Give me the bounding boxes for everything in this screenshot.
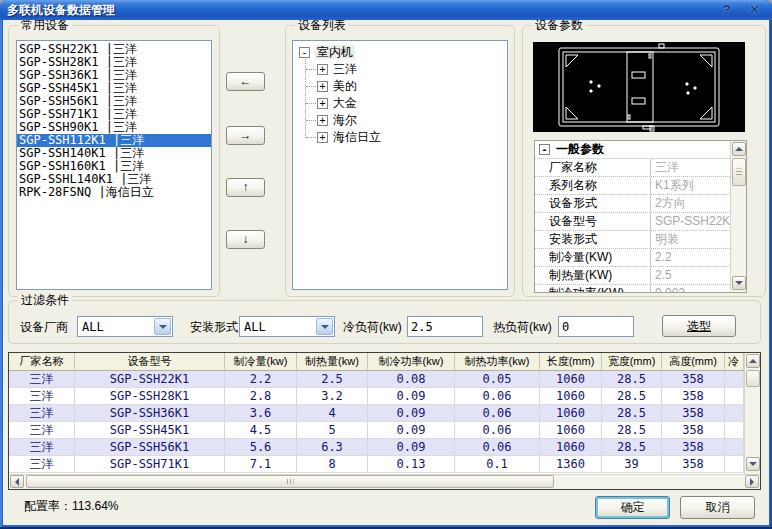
ok-button[interactable]: 确定 xyxy=(595,496,670,519)
arrow-down-icon: ↓ xyxy=(243,232,249,246)
scroll-up-icon[interactable] xyxy=(732,142,746,156)
table-cell: 0.09 xyxy=(368,439,455,456)
tree-root-label[interactable]: 室内机 xyxy=(315,45,355,59)
cooling-load-input[interactable] xyxy=(407,316,483,337)
table-vscrollbar[interactable] xyxy=(744,353,760,474)
table-cell: SGP-SSH22K1 xyxy=(75,371,225,388)
titlebar[interactable]: 多联机设备数据管理 ? ✕ xyxy=(0,0,772,20)
move-up-button[interactable]: ↑ xyxy=(226,178,265,197)
move-right-button[interactable]: → xyxy=(226,126,265,145)
param-value: SGP-SSH22K xyxy=(650,213,730,230)
scroll-up-icon[interactable] xyxy=(746,354,760,368)
param-row[interactable]: 系列名称 K1系列 xyxy=(535,177,730,195)
table-row[interactable]: 三洋SGP-SSH22K12.22.50.080.05106028.5358 xyxy=(9,371,744,388)
table-cell: 0.06 xyxy=(455,405,540,422)
collapse-icon[interactable]: - xyxy=(299,47,310,58)
table-cell: 358 xyxy=(662,456,725,473)
chevron-down-icon[interactable] xyxy=(316,318,333,335)
tree-node-label: 海信日立 xyxy=(333,130,381,144)
table-cell: 5.6 xyxy=(225,439,297,456)
table-cell: 0.06 xyxy=(455,388,540,405)
common-device-item[interactable]: RPK-28FSNQ |海信日立 xyxy=(17,186,211,199)
device-tree[interactable]: -室内机 +三洋 +美的 +大金 +海尔 +海信日立 xyxy=(292,40,508,290)
move-left-button[interactable]: ← xyxy=(226,72,265,91)
scroll-left-icon[interactable] xyxy=(10,475,24,488)
select-model-button[interactable]: 选型 xyxy=(662,315,736,337)
tree-node-brand[interactable]: +海信日立 xyxy=(293,129,507,146)
heating-load-input[interactable] xyxy=(558,316,634,337)
tree-node-brand[interactable]: +海尔 xyxy=(293,112,507,129)
collapse-icon[interactable]: - xyxy=(539,144,550,155)
expand-icon[interactable]: + xyxy=(317,132,328,143)
param-row[interactable]: 设备型号 SGP-SSH22K xyxy=(535,213,730,231)
scroll-down-icon[interactable] xyxy=(746,457,760,471)
table-cell: 28.5 xyxy=(602,388,662,405)
table-cell: 三洋 xyxy=(9,371,75,388)
param-row[interactable]: 设备形式 2方向 xyxy=(535,195,730,213)
param-value: 0.002 xyxy=(650,285,730,292)
table-header-cell[interactable]: 冷 xyxy=(725,353,744,371)
tree-node-indoor-units[interactable]: -室内机 xyxy=(293,44,507,61)
table-row[interactable]: 三洋SGP-SSH71K17.180.130.1136039358 xyxy=(9,456,744,473)
cancel-button[interactable]: 取消 xyxy=(680,496,755,519)
expand-icon[interactable]: + xyxy=(317,64,328,75)
param-rows: 厂家名称 三洋 系列名称 K1系列 设备形式 2方向 设备型号 SGP-SSH2… xyxy=(535,159,730,292)
tree-node-brand[interactable]: +大金 xyxy=(293,95,507,112)
table-row[interactable]: 三洋SGP-SSH28K12.83.20.090.06106028.5358 xyxy=(9,388,744,405)
table-row[interactable]: 三洋SGP-SSH56K15.66.30.090.06106028.5358 xyxy=(9,439,744,456)
table-cell: 0.06 xyxy=(455,439,540,456)
table-cell: 0.09 xyxy=(368,405,455,422)
vendor-select[interactable]: ALL xyxy=(77,316,173,337)
tree-node-brand[interactable]: +美的 xyxy=(293,78,507,95)
expand-icon[interactable]: + xyxy=(317,81,328,92)
param-value: 明装 xyxy=(650,231,730,248)
param-grid-scrollbar[interactable] xyxy=(730,141,746,292)
scrollbar-thumb[interactable] xyxy=(746,370,760,387)
table-header-cell[interactable]: 制热量(kw) xyxy=(297,353,368,371)
scroll-down-icon[interactable] xyxy=(732,276,746,290)
param-section-general[interactable]: - 一般参数 xyxy=(535,141,730,159)
results-grid: 厂家名称设备型号制冷量(kw)制热量(kw)制冷功率(kw)制热功率(kw)长度… xyxy=(9,353,744,474)
tree-node-label: 美的 xyxy=(333,79,357,93)
table-cell: 358 xyxy=(662,371,725,388)
param-row[interactable]: 厂家名称 三洋 xyxy=(535,159,730,177)
table-header-cell[interactable]: 制冷功率(kw) xyxy=(368,353,455,371)
table-cell: 7.1 xyxy=(225,456,297,473)
scrollbar-thumb[interactable] xyxy=(732,158,746,186)
expand-icon[interactable]: + xyxy=(317,98,328,109)
common-device-list[interactable]: SGP-SSH22K1 |三洋SGP-SSH28K1 |三洋SGP-SSH36K… xyxy=(16,40,212,290)
help-icon[interactable]: ? xyxy=(717,1,736,18)
chevron-down-icon[interactable] xyxy=(154,318,171,335)
table-cell: 8 xyxy=(297,456,368,473)
table-row[interactable]: 三洋SGP-SSH36K13.640.090.06106028.5358 xyxy=(9,405,744,422)
scrollbar-thumb[interactable] xyxy=(26,475,554,488)
move-down-button[interactable]: ↓ xyxy=(226,230,265,249)
close-icon[interactable]: ✕ xyxy=(745,1,764,18)
table-cell: 1060 xyxy=(540,405,602,422)
table-header-cell[interactable]: 制热功率(kw) xyxy=(455,353,540,371)
table-cell: 三洋 xyxy=(9,439,75,456)
table-row[interactable]: 三洋SGP-SSH45K14.550.090.06106028.5358 xyxy=(9,422,744,439)
table-header-cell[interactable]: 制冷量(kw) xyxy=(225,353,297,371)
param-label: 制热量(KW) xyxy=(535,267,650,284)
table-cell: 28.5 xyxy=(602,371,662,388)
install-type-select[interactable]: ALL xyxy=(239,316,335,337)
param-row[interactable]: 制热量(KW) 2.5 xyxy=(535,267,730,285)
param-label: 制冷量(KW) xyxy=(535,249,650,266)
param-value: 2.2 xyxy=(650,249,730,266)
table-header-cell[interactable]: 设备型号 xyxy=(75,353,225,371)
table-header-cell[interactable]: 厂家名称 xyxy=(9,353,75,371)
param-row[interactable]: 制冷功率(KW) 0.002 xyxy=(535,285,730,292)
table-header-cell[interactable]: 长度(mm) xyxy=(540,353,602,371)
tree-node-brand[interactable]: +三洋 xyxy=(293,61,507,78)
table-header-cell[interactable]: 宽度(mm) xyxy=(602,353,662,371)
param-row[interactable]: 安装形式 明装 xyxy=(535,231,730,249)
table-hscrollbar[interactable] xyxy=(9,474,760,489)
scroll-right-icon[interactable] xyxy=(745,475,759,488)
table-header-cell[interactable]: 高度(mm) xyxy=(662,353,725,371)
param-row[interactable]: 制冷量(KW) 2.2 xyxy=(535,249,730,267)
table-cell: SGP-SSH56K1 xyxy=(75,439,225,456)
table-cell: 2.5 xyxy=(297,371,368,388)
expand-icon[interactable]: + xyxy=(317,115,328,126)
config-rate-label: 配置率： xyxy=(24,499,72,513)
